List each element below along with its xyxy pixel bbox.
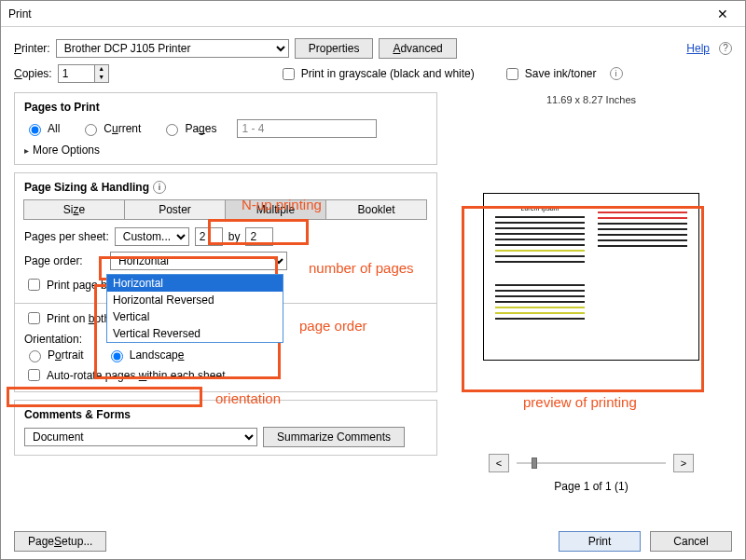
pages-to-print-title: Pages to Print: [24, 101, 427, 114]
pps-cols-input[interactable]: [245, 227, 273, 246]
help-link[interactable]: Help: [686, 42, 710, 55]
titlebar: Print ✕: [1, 1, 745, 27]
preview-page-2: [594, 201, 691, 274]
page-order-option[interactable]: Horizontal Reversed: [107, 292, 283, 308]
comments-title: Comments & Forms: [24, 408, 427, 421]
printer-select[interactable]: Brother DCP J105 Printer: [56, 39, 289, 58]
grayscale-checkbox[interactable]: Print in grayscale (black and white): [279, 65, 475, 83]
preview-page-3: [491, 280, 588, 352]
help-icon[interactable]: ?: [719, 42, 732, 55]
pps-mode-select[interactable]: Custom...: [115, 227, 189, 246]
pps-rows-input[interactable]: [195, 227, 223, 246]
comments-select[interactable]: Document: [24, 428, 257, 446]
more-options-toggle[interactable]: More Options: [24, 143, 427, 157]
autorotate-checkbox[interactable]: Auto-rotate pages within each sheet: [24, 366, 225, 384]
page-order-select[interactable]: Horizontal: [110, 252, 287, 270]
tab-multiple[interactable]: Multiple: [225, 199, 326, 220]
cancel-button[interactable]: Cancel: [650, 531, 732, 552]
order-label: Page order:: [24, 254, 104, 267]
radio-landscape[interactable]: Landscape: [106, 348, 185, 362]
tab-booklet[interactable]: Booklet: [325, 199, 427, 220]
print-button[interactable]: Print: [559, 531, 641, 552]
info-icon[interactable]: i: [610, 67, 623, 80]
pages-to-print-group: Pages to Print All Current Pages More Op…: [14, 92, 437, 165]
copies-stepper[interactable]: ▲▼: [58, 64, 109, 83]
printer-label: Printer:: [14, 42, 50, 55]
sizing-title: Page Sizing & Handlingi: [24, 181, 427, 194]
copies-input[interactable]: [58, 64, 95, 83]
radio-portrait[interactable]: Portrait: [24, 348, 84, 362]
preview-page-4: [594, 280, 691, 352]
tab-size[interactable]: Size: [23, 199, 125, 220]
window-title: Print: [8, 7, 708, 20]
comments-group: Comments & Forms Document Summarize Comm…: [14, 400, 437, 456]
close-icon[interactable]: ✕: [708, 7, 738, 21]
sizing-group: Page Sizing & Handlingi Size Poster Mult…: [14, 172, 437, 392]
sizing-tabs: Size Poster Multiple Booklet: [24, 199, 427, 220]
preview-sheet: Lorem Ipsum: [483, 193, 699, 361]
print-dialog: Print ✕ Printer: Brother DCP J105 Printe…: [0, 0, 746, 560]
tab-poster[interactable]: Poster: [124, 199, 226, 220]
page-order-dropdown-list[interactable]: Horizontal Horizontal Reversed Vertical …: [106, 274, 283, 343]
preview-page-1: Lorem Ipsum: [491, 201, 588, 274]
page-order-option[interactable]: Vertical: [107, 308, 283, 325]
page-range-input[interactable]: [237, 119, 377, 138]
radio-current[interactable]: Current: [80, 121, 141, 136]
radio-all[interactable]: All: [24, 121, 60, 136]
pps-label: Pages per sheet:: [24, 230, 109, 243]
preview-next-button[interactable]: >: [673, 454, 694, 472]
info-icon[interactable]: i: [153, 181, 166, 194]
preview-area: 11.69 x 8.27 Inches Lorem Ipsum: [450, 92, 732, 493]
radio-pages[interactable]: Pages: [161, 121, 216, 136]
copies-label: Copies:: [14, 67, 52, 80]
advanced-button[interactable]: Advanced: [379, 38, 456, 59]
preview-prev-button[interactable]: <: [489, 454, 509, 472]
saveink-checkbox[interactable]: Save ink/toner: [503, 65, 597, 83]
page-setup-button[interactable]: Page Setup...: [14, 531, 106, 552]
page-order-option[interactable]: Vertical Reversed: [107, 325, 283, 342]
page-order-option[interactable]: Horizontal: [107, 275, 283, 292]
preview-page-count: Page 1 of 1 (1): [554, 480, 628, 493]
properties-button[interactable]: Properties: [295, 38, 374, 59]
pps-by-label: by: [228, 230, 241, 243]
preview-dimensions: 11.69 x 8.27 Inches: [546, 94, 636, 105]
preview-zoom-slider[interactable]: [517, 462, 666, 464]
summarize-comments-button[interactable]: Summarize Comments: [263, 427, 405, 447]
